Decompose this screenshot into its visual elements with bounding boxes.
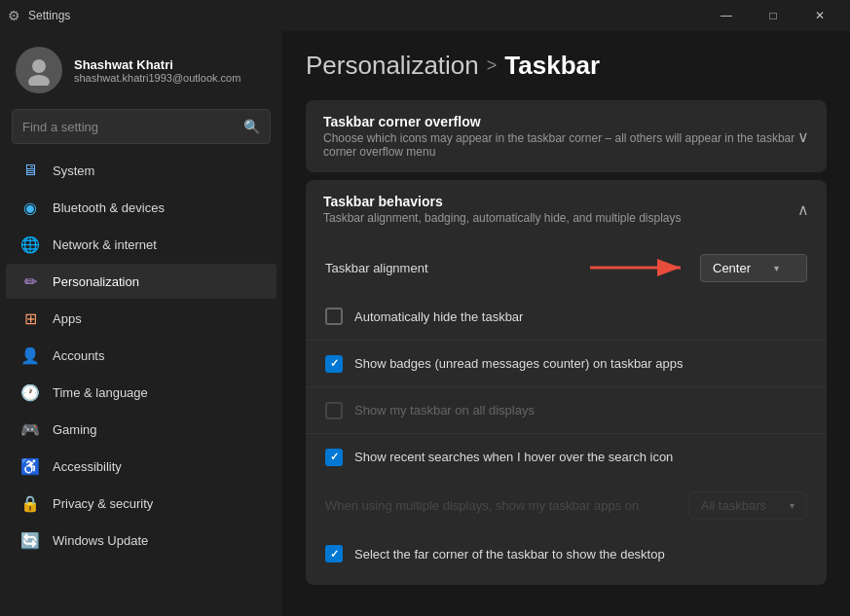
gaming-icon: 🎮: [21, 420, 39, 438]
corner-overflow-subtitle: Choose which icons may appear in the tas…: [323, 131, 797, 159]
minimize-button[interactable]: —: [704, 2, 749, 29]
corner-overflow-header-text: Taskbar corner overflow Choose which ico…: [323, 114, 797, 159]
sidebar-item-personalization[interactable]: ✏ Personalization: [6, 264, 277, 299]
personalization-icon: ✏: [21, 272, 39, 290]
search-box[interactable]: 🔍: [12, 109, 271, 144]
multiple-displays-dropdown: All taskbars ▾: [688, 491, 807, 520]
multiple-displays-label: When using multiple displays, show my ta…: [325, 498, 688, 513]
behaviors-subtitle: Taskbar alignment, badging, automaticall…: [323, 211, 682, 225]
breadcrumb-current: Taskbar: [504, 51, 600, 81]
user-info: Shashwat Khatri shashwat.khatri1993@outl…: [74, 57, 240, 84]
sidebar-item-label: Gaming: [53, 422, 97, 437]
far-corner-row: Select the far corner of the taskbar to …: [306, 530, 827, 577]
far-corner-label: Select the far corner of the taskbar to …: [354, 547, 807, 562]
sidebar: Shashwat Khatri shashwat.khatri1993@outl…: [0, 31, 282, 616]
sidebar-item-label: Accounts: [53, 348, 104, 363]
sidebar-item-label: System: [53, 163, 94, 178]
dropdown-chevron-icon: ▾: [774, 263, 779, 273]
sidebar-item-accessibility[interactable]: ♿ Accessibility: [6, 449, 277, 484]
title-bar: ⚙ Settings — □ ✕: [0, 0, 850, 31]
title-bar-title: Settings: [28, 9, 70, 22]
recent-searches-checkbox[interactable]: [325, 449, 343, 466]
update-icon: 🔄: [21, 531, 39, 549]
taskbar-behaviors-section: Taskbar behaviors Taskbar alignment, bad…: [306, 180, 827, 585]
time-icon: 🕐: [21, 383, 39, 401]
privacy-icon: 🔒: [21, 494, 39, 512]
user-email: shashwat.khatri1993@outlook.com: [74, 72, 240, 84]
dropdown-chevron-icon-2: ▾: [790, 500, 795, 511]
auto-hide-checkbox[interactable]: [325, 308, 343, 325]
sidebar-item-time[interactable]: 🕐 Time & language: [6, 375, 277, 410]
sidebar-item-label: Personalization: [53, 274, 139, 289]
sidebar-item-system[interactable]: 🖥 System: [6, 153, 277, 188]
sidebar-item-label: Privacy & security: [53, 496, 153, 511]
search-input[interactable]: [22, 120, 243, 134]
avatar: [16, 47, 62, 93]
sidebar-item-accounts[interactable]: 👤 Accounts: [6, 338, 277, 373]
bluetooth-icon: ◉: [21, 199, 39, 216]
settings-icon: ⚙: [8, 8, 20, 23]
maximize-button[interactable]: □: [751, 2, 795, 29]
breadcrumb: Personalization > Taskbar: [306, 51, 827, 81]
accounts-icon: 👤: [21, 346, 39, 364]
corner-overflow-title: Taskbar corner overflow: [323, 114, 797, 129]
title-bar-left: ⚙ Settings: [8, 8, 70, 23]
auto-hide-row: Automatically hide the taskbar: [306, 293, 827, 340]
taskbar-alignment-dropdown[interactable]: Center ▾: [700, 254, 807, 282]
corner-overflow-collapse-icon[interactable]: ∨: [797, 127, 809, 146]
arrow-container: Center ▾: [585, 253, 807, 282]
sidebar-item-label: Network & internet: [53, 237, 157, 252]
far-corner-checkbox[interactable]: [325, 545, 343, 562]
show-badges-row: Show badges (unread messages counter) on…: [306, 340, 827, 386]
corner-overflow-header[interactable]: Taskbar corner overflow Choose which ico…: [306, 100, 827, 172]
sidebar-item-label: Apps: [53, 311, 82, 326]
red-arrow: [585, 253, 692, 282]
sidebar-item-label: Windows Update: [53, 533, 148, 548]
sidebar-item-label: Time & language: [53, 385, 148, 400]
user-name: Shashwat Khatri: [74, 57, 240, 72]
taskbar-corner-overflow-section: Taskbar corner overflow Choose which ico…: [306, 100, 827, 172]
all-displays-label: Show my taskbar on all displays: [354, 403, 807, 417]
all-displays-row: Show my taskbar on all displays: [306, 386, 827, 433]
sidebar-item-label: Bluetooth & devices: [53, 200, 165, 215]
sidebar-item-network[interactable]: 🌐 Network & internet: [6, 227, 277, 262]
close-button[interactable]: ✕: [797, 2, 842, 29]
behaviors-header[interactable]: Taskbar behaviors Taskbar alignment, bad…: [306, 180, 827, 238]
sidebar-item-privacy[interactable]: 🔒 Privacy & security: [6, 486, 277, 521]
network-icon: 🌐: [21, 236, 39, 253]
behaviors-content: Taskbar alignment Center: [306, 238, 827, 585]
app-body: Shashwat Khatri shashwat.khatri1993@outl…: [0, 31, 850, 616]
show-badges-checkbox[interactable]: [325, 355, 343, 373]
content-area: Personalization > Taskbar Taskbar corner…: [282, 31, 850, 616]
user-profile[interactable]: Shashwat Khatri shashwat.khatri1993@outl…: [0, 31, 282, 105]
svg-point-0: [32, 59, 46, 73]
recent-searches-row: Show recent searches when I hover over t…: [306, 433, 827, 480]
sidebar-item-bluetooth[interactable]: ◉ Bluetooth & devices: [6, 190, 277, 225]
all-displays-checkbox[interactable]: [325, 402, 343, 419]
behaviors-header-text: Taskbar behaviors Taskbar alignment, bad…: [323, 194, 682, 225]
search-icon[interactable]: 🔍: [243, 119, 260, 134]
breadcrumb-separator: >: [487, 55, 498, 76]
taskbar-alignment-label: Taskbar alignment: [325, 261, 585, 275]
behaviors-title: Taskbar behaviors: [323, 194, 682, 209]
recent-searches-label: Show recent searches when I hover over t…: [354, 450, 807, 464]
taskbar-alignment-row: Taskbar alignment Center: [306, 242, 827, 293]
sidebar-item-update[interactable]: 🔄 Windows Update: [6, 523, 277, 558]
show-badges-label: Show badges (unread messages counter) on…: [354, 356, 807, 371]
svg-point-1: [28, 75, 50, 86]
accessibility-icon: ♿: [21, 457, 39, 475]
multiple-displays-row: When using multiple displays, show my ta…: [306, 480, 827, 530]
system-icon: 🖥: [21, 162, 39, 179]
auto-hide-label: Automatically hide the taskbar: [354, 309, 807, 324]
sidebar-item-apps[interactable]: ⊞ Apps: [6, 301, 277, 336]
breadcrumb-parent: Personalization: [306, 51, 479, 81]
dropdown-value: Center: [713, 261, 751, 275]
sidebar-item-label: Accessibility: [53, 459, 122, 474]
window-controls: — □ ✕: [704, 2, 842, 29]
apps-icon: ⊞: [21, 309, 39, 327]
multiple-displays-value: All taskbars: [701, 498, 766, 513]
sidebar-item-gaming[interactable]: 🎮 Gaming: [6, 412, 277, 447]
behaviors-collapse-icon[interactable]: ∧: [797, 200, 809, 219]
